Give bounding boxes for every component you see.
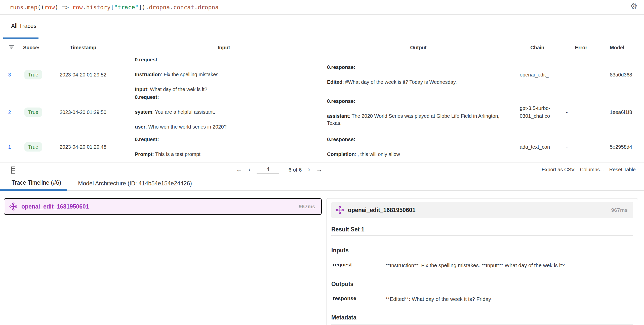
metadata-heading: Metadata [331, 314, 633, 321]
detail-row-response: response **Edited**: What day of the wee… [331, 295, 633, 303]
detail-key: request [331, 262, 386, 269]
table-rows-icon[interactable] [11, 167, 15, 174]
tab-all-traces[interactable]: All Traces [3, 15, 38, 39]
input-cell: 0.request: system: You are a helpful ass… [135, 94, 313, 131]
trace-name: openai_edit_1681950601 [21, 203, 89, 210]
input-line: Input: What day of the wek is it? [135, 86, 313, 93]
column-header-output[interactable]: Output [327, 45, 510, 50]
tab-trace-timeline[interactable]: Trace Timeline (#6) [0, 176, 67, 191]
first-page-button[interactable]: ← [236, 167, 242, 173]
column-header-success[interactable]: Success [23, 45, 39, 50]
result-set-heading: Result Set 1 [331, 226, 633, 233]
row-index-link[interactable]: 1 [4, 144, 15, 150]
column-header-chain[interactable]: Chain [520, 45, 555, 50]
next-page-button[interactable]: › [308, 166, 310, 173]
column-header-error[interactable]: Error [566, 45, 596, 50]
status-badge: True [24, 142, 42, 151]
detail-key: response [331, 295, 386, 303]
settings-gear-icon[interactable]: ⚙ [630, 2, 637, 10]
output-cell: 0.response: assistant: The 2020 World Se… [327, 97, 510, 127]
request-header: 0.request: [135, 136, 313, 143]
output-cell: 0.response: Completion: , this will only… [327, 136, 510, 158]
status-badge: True [24, 107, 42, 117]
output-line: Edited: #What day of the week is it? Tod… [327, 78, 510, 86]
detail-trace-name: openai_edit_1681950601 [348, 207, 416, 214]
tab-model-architecture[interactable]: Model Architecture (ID: 414b54e154e24426… [67, 176, 199, 191]
table-row[interactable]: 2 True 2023-04-20 01:29:50 0.request: sy… [0, 93, 644, 131]
column-header-model[interactable]: Model [610, 45, 640, 50]
export-csv-button[interactable]: Export as CSV [542, 167, 575, 173]
outputs-heading: Outputs [331, 281, 633, 288]
app-window: runs.map((row) => row.history["trace"]).… [0, 0, 644, 325]
divider [331, 324, 633, 324]
response-header: 0.response: [327, 136, 510, 143]
table-actions: Export as CSV Columns... Reset Table [542, 163, 636, 176]
previous-page-button[interactable]: ‹ [248, 166, 251, 173]
pagination: ← ‹ 4 - 6 of 6 › → [236, 163, 322, 176]
query-code-input[interactable]: runs.map((row) => row.history["trace"]).… [10, 4, 219, 11]
top-tab-bar: All Traces [0, 15, 644, 39]
query-bar: runs.map((row) => row.history["trace"]).… [0, 0, 644, 15]
input-line: Instruction: Fix the spelling mistakes. [135, 71, 313, 78]
hub-icon [336, 206, 344, 214]
column-header-input[interactable]: Input [135, 45, 313, 50]
model-cell: 83a0d368 [610, 72, 640, 77]
chain-cell: openai_edit_ [520, 71, 555, 78]
column-header-timestamp[interactable]: Timestamp [43, 45, 123, 50]
response-header: 0.response: [327, 64, 510, 71]
table-header-row: Success Timestamp Input Output Chain Err… [0, 39, 644, 56]
columns-button[interactable]: Columns... [580, 167, 604, 173]
traces-table: Success Timestamp Input Output Chain Err… [0, 39, 644, 163]
page-range-label: - 6 of 6 [285, 167, 302, 173]
input-cell: 0.request: Instruction: Fix the spelling… [135, 56, 313, 93]
chain-cell: gpt-3.5-turbo-0301_chat.co [520, 104, 555, 120]
table-row[interactable]: 3 True 2023-04-20 01:29:52 0.request: In… [0, 56, 644, 93]
response-header: 0.response: [327, 97, 510, 104]
timestamp-cell: 2023-04-20 01:29:50 [43, 109, 123, 115]
filter-icon[interactable] [9, 45, 14, 49]
error-cell: - [566, 144, 596, 150]
divider [331, 235, 633, 236]
detail-row-request: request **Instruction**: Fix the spellin… [331, 262, 633, 269]
request-header: 0.request: [135, 56, 313, 63]
output-line: assistant: The 2020 World Series was pla… [327, 112, 510, 127]
model-cell: 1eea6f1f8 [610, 109, 640, 115]
reset-table-button[interactable]: Reset Table [609, 167, 636, 173]
divider [331, 290, 633, 290]
table-footer: ← ‹ 4 - 6 of 6 › → Export as CSV Columns… [0, 163, 644, 176]
row-index-link[interactable]: 2 [4, 109, 15, 115]
trace-detail-panel: openai_edit_1681950601 967ms Result Set … [327, 198, 638, 325]
bottom-tab-bar: Trace Timeline (#6) Model Architecture (… [0, 176, 644, 191]
detail-header: openai_edit_1681950601 967ms [331, 202, 633, 218]
error-cell: - [566, 109, 596, 115]
status-badge: True [24, 70, 42, 79]
input-line: Prompt: This is a test prompt [135, 151, 313, 158]
hub-icon [9, 202, 17, 211]
table-row[interactable]: 1 True 2023-04-20 01:29:48 0.request: Pr… [0, 131, 644, 163]
error-cell: - [566, 72, 596, 77]
detail-value: **Instruction**: Fix the spelling mistak… [386, 262, 633, 269]
detail-value: **Edited**: What day of the week it is? … [386, 295, 633, 303]
output-line: Completion: , this will only allow [327, 151, 510, 158]
output-cell: 0.response: Edited: #What day of the wee… [327, 64, 510, 86]
timestamp-cell: 2023-04-20 01:29:52 [43, 72, 123, 77]
last-page-button[interactable]: → [316, 167, 322, 173]
trace-timeline-pane: openai_edit_1681950601 967ms [0, 191, 325, 325]
request-header: 0.request: [135, 94, 313, 101]
row-index-link[interactable]: 3 [4, 72, 15, 77]
trace-span-card[interactable]: openai_edit_1681950601 967ms [4, 198, 322, 215]
chain-cell: ada_text_con [520, 143, 555, 151]
input-line: user: Who won the world series in 2020? [135, 124, 313, 131]
inputs-heading: Inputs [331, 247, 633, 254]
input-line: system: You are a helpful assistant. [135, 108, 313, 115]
timestamp-cell: 2023-04-20 01:29:48 [43, 144, 123, 150]
trace-duration: 967ms [299, 204, 315, 210]
page-number-input[interactable]: 4 [257, 166, 279, 174]
divider [331, 256, 633, 256]
input-cell: 0.request: Prompt: This is a test prompt [135, 136, 313, 158]
model-cell: 5e2958d4 [610, 144, 640, 150]
detail-trace-duration: 967ms [611, 207, 628, 213]
